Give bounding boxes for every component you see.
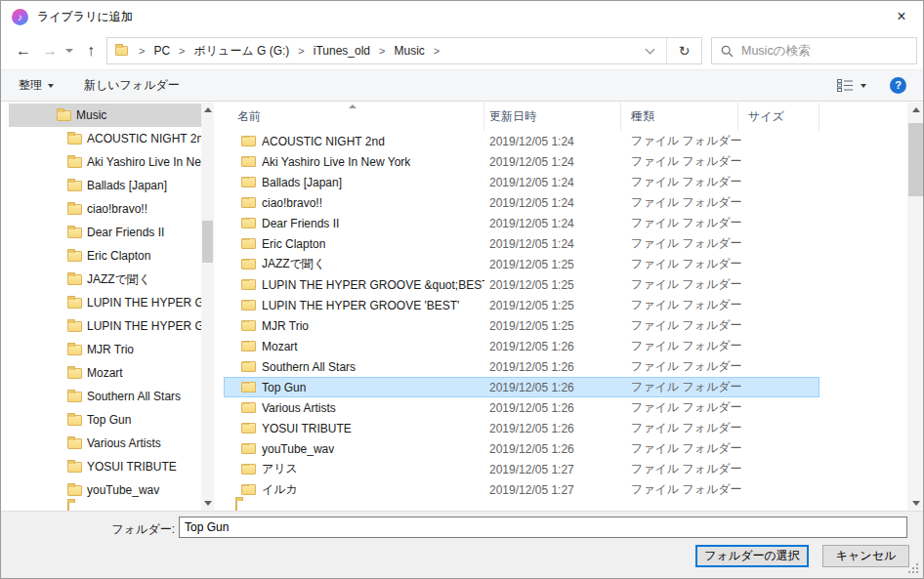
folder-icon [67, 501, 69, 511]
table-row[interactable]: イルカ 2019/12/05 1:27 ファイル フォルダー [224, 479, 819, 500]
tree-item[interactable]: ciao!bravo!! [9, 197, 201, 221]
tree-item[interactable]: Aki Yashiro Live In New [9, 150, 201, 174]
breadcrumb-separator-icon[interactable]: > [434, 45, 440, 57]
scroll-up-icon[interactable] [907, 103, 924, 117]
scroll-down-icon[interactable] [907, 496, 924, 511]
table-row[interactable]: ACOUSTIC NIGHT 2nd 2019/12/05 1:24 ファイル … [224, 131, 819, 151]
row-name: Ballads [Japan] [262, 176, 342, 189]
history-dropdown-icon[interactable] [62, 32, 77, 69]
tree-item[interactable]: Various Artists [9, 432, 201, 455]
cancel-button[interactable]: キャンセル [822, 545, 909, 567]
table-row[interactable]: youTube_wav 2019/12/05 1:26 ファイル フォルダー [224, 438, 819, 459]
tree-item[interactable]: Dear Friends II [9, 221, 201, 244]
tree-item[interactable]: Eric Clapton [9, 244, 201, 268]
table-row[interactable]: Aki Yashiro Live In New York 2019/12/05 … [224, 151, 819, 172]
resize-grip-icon[interactable] [908, 563, 920, 575]
up-icon[interactable]: ↑ [79, 32, 103, 69]
folder-icon [241, 279, 256, 290]
organize-button[interactable]: 整理 [19, 77, 54, 94]
back-icon[interactable]: ← [11, 32, 36, 69]
table-row[interactable]: ciao!bravo!! 2019/12/05 1:24 ファイル フォルダー [224, 192, 819, 213]
folder-name-input[interactable] [179, 517, 907, 538]
tree-item-label: ACOUSTIC NIGHT 2nd [87, 132, 201, 145]
refresh-icon[interactable]: ↻ [666, 38, 701, 63]
tree-item[interactable]: Ballads [Japan] [9, 174, 201, 197]
row-date: 2019/12/05 1:26 [484, 442, 621, 456]
breadcrumb-segment[interactable]: iTunes_old [312, 44, 372, 58]
tree-item-music-selected[interactable]: Music [9, 103, 201, 127]
address-dropdown-icon[interactable] [633, 38, 666, 63]
tree-item[interactable]: YOSUI TRIBUTE [9, 455, 201, 478]
breadcrumb-separator-icon[interactable]: > [298, 45, 304, 57]
tree-item[interactable]: LUPIN THE HYPER GR [9, 291, 201, 314]
table-row[interactable]: Eric Clapton 2019/12/05 1:24 ファイル フォルダー [224, 233, 819, 254]
table-row[interactable]: Dear Friends II 2019/12/05 1:24 ファイル フォル… [224, 213, 819, 233]
tree-item-label: Southern All Stars [87, 390, 181, 403]
tree-item-label: YOSUI TRIBUTE [87, 460, 177, 474]
table-row[interactable]: Mozart 2019/12/05 1:26 ファイル フォルダー [224, 336, 819, 356]
table-row[interactable]: MJR Trio 2019/12/05 1:25 ファイル フォルダー [224, 315, 819, 336]
sidebar-scrollbar[interactable] [201, 103, 214, 511]
folder-icon [67, 392, 82, 402]
help-icon[interactable]: ? [890, 77, 906, 94]
address-bar[interactable]: > PC> ボリューム G (G:)> iTunes_old> Music> ↻ [106, 37, 702, 64]
row-name: Various Artists [262, 401, 336, 415]
table-row[interactable]: アリス 2019/12/05 1:27 ファイル フォルダー [224, 459, 819, 479]
table-row[interactable]: JAZZで聞く 2019/12/05 1:25 ファイル フォルダー [224, 254, 819, 274]
tree-item[interactable]: JAZZで聞く [9, 268, 201, 291]
tree-item[interactable]: LUPIN THE HYPER GR [9, 314, 201, 338]
tree-item[interactable]: Top Gun [9, 408, 201, 432]
forward-icon[interactable]: → [38, 32, 62, 69]
breadcrumb-separator-icon[interactable]: > [379, 45, 385, 57]
row-date: 2019/12/05 1:25 [484, 319, 621, 333]
column-header-size[interactable]: サイズ [738, 103, 819, 131]
folder-icon [241, 423, 256, 434]
new-folder-button[interactable]: 新しいフォルダー [84, 77, 180, 94]
organize-dropdown-icon [48, 84, 54, 88]
column-header-date[interactable]: 更新日時 [484, 103, 621, 131]
change-view-button[interactable] [837, 79, 866, 92]
close-icon[interactable]: × [891, 7, 912, 26]
sort-ascending-icon [349, 104, 357, 108]
folder-icon [67, 368, 82, 379]
table-row[interactable]: YOSUI TRIBUTE 2019/12/05 1:26 ファイル フォルダー [224, 418, 819, 438]
breadcrumb-segment[interactable]: PC [151, 44, 172, 58]
tree-item-label: Dear Friends II [87, 226, 164, 239]
row-type: ファイル フォルダー [621, 358, 738, 375]
row-type: ファイル フォルダー [621, 133, 738, 149]
list-scrollbar-thumb[interactable] [908, 123, 923, 196]
search-box[interactable] [711, 37, 917, 64]
select-folder-button[interactable]: フォルダーの選択 [695, 545, 809, 567]
list-header: 名前 更新日時 種類 サイズ [224, 103, 907, 131]
table-row[interactable]: LUPIN THE HYPER GROOVE &quot;BEST... 201… [224, 274, 819, 295]
search-input[interactable] [741, 44, 898, 58]
scroll-up-icon[interactable] [201, 103, 214, 117]
table-row[interactable]: Ballads [Japan] 2019/12/05 1:24 ファイル フォル… [224, 172, 819, 192]
folder-icon [67, 438, 82, 449]
row-name: Eric Clapton [262, 237, 325, 251]
breadcrumb-segment[interactable]: Music [392, 44, 426, 58]
breadcrumb-separator-icon[interactable]: > [139, 45, 145, 57]
list-scrollbar[interactable] [907, 103, 924, 511]
tree-item[interactable]: ACOUSTIC NIGHT 2nd [9, 127, 201, 150]
column-header-type[interactable]: 種類 [621, 103, 738, 131]
tree-item-label: Ballads [Japan] [87, 179, 167, 192]
table-row[interactable]: Southern All Stars 2019/12/05 1:26 ファイル … [224, 356, 819, 377]
row-name: イルカ [262, 481, 298, 498]
row-type: ファイル フォルダー [621, 235, 738, 252]
tree-item[interactable]: youTube_wav [9, 478, 201, 502]
tree-item[interactable]: Mozart [9, 361, 201, 385]
table-row[interactable]: Various Artists 2019/12/05 1:26 ファイル フォル… [224, 397, 819, 418]
scroll-down-icon[interactable] [201, 496, 214, 511]
tree-item[interactable]: Southern All Stars [9, 385, 201, 408]
breadcrumb-segment[interactable]: ボリューム G (G:) [192, 43, 292, 60]
breadcrumb-separator-icon[interactable]: > [179, 45, 185, 57]
row-date: 2019/12/05 1:24 [484, 217, 621, 230]
table-row[interactable]: LUPIN THE HYPER GROOVE 'BEST' 2019/12/05… [224, 295, 819, 315]
folder-icon [67, 134, 82, 145]
tree-item[interactable]: MJR Trio [9, 338, 201, 361]
folder-icon [241, 136, 256, 146]
sidebar-scrollbar-thumb[interactable] [202, 221, 213, 263]
tree-item-label: Music [76, 108, 106, 122]
table-row[interactable]: Top Gun 2019/12/05 1:26 ファイル フォルダー [224, 377, 819, 397]
